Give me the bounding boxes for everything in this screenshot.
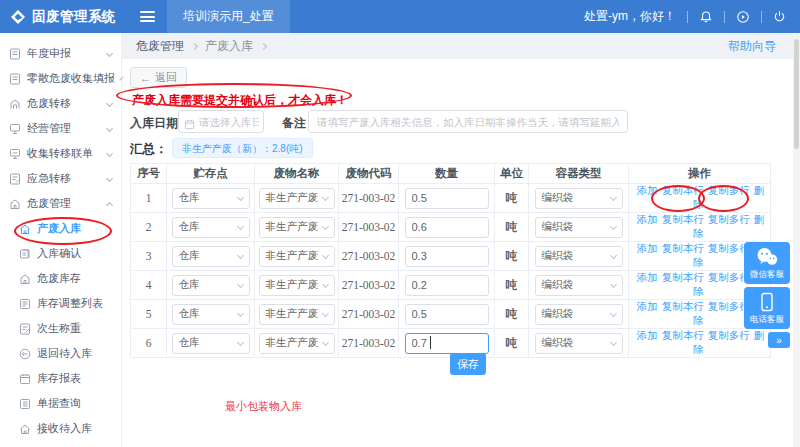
phone-service-button[interactable]: 电话客服	[744, 287, 790, 329]
copy-rows-link[interactable]: 复制多行	[708, 184, 750, 196]
sidebar-item-waste-inventory[interactable]: 危废库存	[0, 266, 121, 291]
unit-label: 吨	[495, 242, 529, 271]
container-type-select[interactable]: 编织袋	[535, 275, 623, 296]
quantity-input-focused[interactable]	[405, 333, 489, 354]
breadcrumb-waste-mgmt[interactable]: 危废管理	[136, 38, 184, 55]
storage-select[interactable]: 仓库	[172, 246, 250, 267]
copy-row-link[interactable]: 复制本行	[662, 329, 704, 341]
wechat-service-button[interactable]: 微信客服	[744, 242, 790, 284]
sidebar-item-inbound-confirm[interactable]: 入库确认	[0, 241, 121, 266]
help-guide-link[interactable]: 帮助向导	[728, 38, 776, 55]
container-type-select[interactable]: 编织袋	[535, 217, 623, 238]
tab-training-demo[interactable]: 培训演示用_处置	[167, 0, 290, 33]
summary-label: 汇总：	[130, 141, 168, 158]
video-guide-icon[interactable]	[736, 10, 750, 24]
copy-rows-link[interactable]: 复制多行	[708, 213, 750, 225]
quantity-input[interactable]	[405, 188, 489, 209]
inbound-table: 序号 贮存点 废物名称 废物代码 数量 单位 容器类型 操作 1 仓库 非生产产…	[130, 163, 771, 358]
back-arrow-icon: ←	[140, 72, 151, 84]
chevron-down-icon	[609, 309, 616, 316]
sidebar-item-inventory-adjust-list[interactable]: 库存调整列表	[0, 291, 121, 316]
sidebar-item-waste-inbound[interactable]: 产废入库	[0, 216, 121, 241]
logout-power-icon[interactable]	[773, 10, 786, 23]
menu-toggle-icon[interactable]	[140, 11, 155, 22]
add-link[interactable]: 添加	[637, 213, 658, 225]
waste-code: 271-003-02	[339, 213, 399, 242]
quantity-input[interactable]	[405, 275, 489, 296]
storage-select[interactable]: 仓库	[172, 275, 250, 296]
add-link[interactable]: 添加	[637, 329, 658, 341]
col-unit: 单位	[495, 164, 529, 184]
add-link[interactable]: 添加	[637, 184, 658, 196]
add-link[interactable]: 添加	[637, 242, 658, 254]
sidebar-item-waste-mgmt[interactable]: 危废管理	[0, 191, 121, 216]
remark-input[interactable]	[308, 110, 628, 133]
col-storage: 贮存点	[167, 164, 255, 184]
add-link[interactable]: 添加	[637, 300, 658, 312]
copy-row-link[interactable]: 复制本行	[662, 271, 704, 283]
chevron-down-icon	[609, 251, 616, 258]
storage-select[interactable]: 仓库	[172, 188, 250, 209]
notification-bell-icon[interactable]	[699, 10, 713, 24]
waste-code: 271-003-02	[339, 242, 399, 271]
sidebar-item-document-query[interactable]: 单据查询	[0, 391, 121, 416]
container-type-select[interactable]: 编织袋	[535, 188, 623, 209]
storage-select[interactable]: 仓库	[172, 304, 250, 325]
sidebar-item-business-mgmt[interactable]: 经营管理	[0, 116, 121, 141]
sidebar-item-secondary-weighing[interactable]: 次生称重	[0, 316, 121, 341]
waste-code: 271-003-02	[339, 184, 399, 213]
sidebar-item-emergency-transfer[interactable]: 应急转移	[0, 166, 121, 191]
sidebar: 年度申报 零散危废收集填报 危废转移 经营管理 收集转移联单 应急转移 危废管理…	[0, 33, 122, 447]
chevron-down-icon	[321, 193, 328, 200]
waste-name-select[interactable]: 非生产产废	[259, 333, 335, 354]
waste-name-select[interactable]: 非生产产废	[259, 188, 335, 209]
remark-label: 备注	[282, 115, 306, 132]
waste-code: 271-003-02	[339, 329, 399, 358]
breadcrumb-waste-inbound[interactable]: 产废入库	[205, 38, 253, 55]
container-type-select[interactable]: 编织袋	[535, 333, 623, 354]
quantity-input[interactable]	[405, 304, 489, 325]
copy-row-link[interactable]: 复制本行	[662, 213, 704, 225]
sidebar-item-return-pending-inbound[interactable]: 退回待入库	[0, 341, 121, 366]
storage-select[interactable]: 仓库	[172, 217, 250, 238]
add-link[interactable]: 添加	[637, 271, 658, 283]
waste-name-select[interactable]: 非生产产废	[259, 304, 335, 325]
waste-name-select[interactable]: 非生产产废	[259, 217, 335, 238]
inbound-warning-text: 产废入库需要提交并确认后，才会入库！	[132, 92, 348, 109]
container-type-select[interactable]: 编织袋	[535, 304, 623, 325]
waste-name-select[interactable]: 非生产产废	[259, 246, 335, 267]
sidebar-item-annual-report[interactable]: 年度申报	[0, 41, 121, 66]
chevron-down-icon	[609, 280, 616, 287]
copy-row-link[interactable]: 复制本行	[662, 242, 704, 254]
divider	[687, 11, 688, 23]
row-index: 2	[131, 213, 167, 242]
back-button[interactable]: ← 返回	[130, 67, 187, 88]
unit-label: 吨	[495, 184, 529, 213]
min-package-note: 最小包装物入库	[225, 399, 302, 414]
container-type-select[interactable]: 编织袋	[535, 246, 623, 267]
customer-service-stack: 微信客服 电话客服 »	[744, 242, 790, 348]
waste-code: 271-003-02	[339, 271, 399, 300]
quantity-input[interactable]	[405, 246, 489, 267]
scrollbar-thumb[interactable]	[794, 39, 799, 149]
copy-row-link[interactable]: 复制本行	[662, 300, 704, 312]
storage-select[interactable]: 仓库	[172, 333, 250, 354]
inbound-date-input[interactable]	[178, 110, 264, 133]
collapse-chevrons-button[interactable]: »	[768, 332, 790, 348]
scrollbar[interactable]	[793, 33, 800, 447]
sidebar-item-waste-transfer[interactable]: 危废转移	[0, 91, 121, 116]
save-button[interactable]: 保存	[450, 353, 486, 375]
sidebar-item-receive-pending-inbound[interactable]: 接收待入库	[0, 416, 121, 441]
sidebar-item-scattered-collection[interactable]: 零散危废收集填报	[0, 66, 121, 91]
waste-name-select[interactable]: 非生产产废	[259, 275, 335, 296]
table-row: 3 仓库 非生产产废 271-003-02 吨 编织袋 添加复制本行复制多行删除	[131, 242, 771, 271]
chevron-down-icon	[321, 251, 328, 258]
wechat-icon	[755, 247, 779, 267]
sidebar-item-inventory-report[interactable]: 库存报表	[0, 366, 121, 391]
quantity-input[interactable]	[405, 217, 489, 238]
summary-badge: 非生产产废（新）：2.8(吨)	[172, 138, 313, 158]
app-logo-icon	[10, 9, 26, 25]
sidebar-item-collection-manifest[interactable]: 收集转移联单	[0, 141, 121, 166]
chevron-down-icon	[321, 309, 328, 316]
copy-row-link[interactable]: 复制本行	[662, 184, 704, 196]
